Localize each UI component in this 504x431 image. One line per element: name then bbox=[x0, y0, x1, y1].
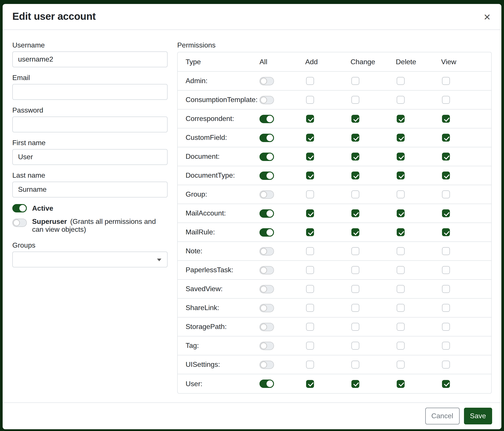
perm-delete-checkbox[interactable] bbox=[397, 115, 405, 123]
perm-delete-checkbox[interactable] bbox=[397, 266, 405, 274]
toggle-knob bbox=[260, 191, 267, 198]
perm-all-toggle[interactable] bbox=[260, 379, 274, 388]
perm-change-checkbox[interactable] bbox=[351, 228, 359, 236]
perm-change-checkbox[interactable] bbox=[351, 361, 359, 368]
perm-all-toggle[interactable] bbox=[260, 96, 274, 104]
perm-add-checkbox[interactable] bbox=[306, 380, 314, 388]
perm-row: Note: bbox=[178, 242, 491, 261]
perm-view-checkbox[interactable] bbox=[442, 96, 450, 104]
perm-change-checkbox[interactable] bbox=[351, 134, 359, 142]
perm-delete-checkbox[interactable] bbox=[397, 134, 405, 142]
perm-add-checkbox[interactable] bbox=[306, 361, 314, 368]
perm-all-toggle[interactable] bbox=[260, 304, 274, 312]
perm-delete-checkbox[interactable] bbox=[397, 304, 405, 312]
perm-view-checkbox[interactable] bbox=[442, 380, 450, 388]
perm-add-checkbox[interactable] bbox=[306, 77, 314, 85]
perm-delete-checkbox[interactable] bbox=[397, 228, 405, 236]
perm-delete-checkbox[interactable] bbox=[397, 323, 405, 331]
email-input[interactable] bbox=[12, 84, 168, 100]
perm-change-checkbox[interactable] bbox=[351, 380, 359, 388]
groups-select[interactable] bbox=[12, 251, 168, 267]
toggle-knob bbox=[267, 134, 273, 141]
perm-add-checkbox[interactable] bbox=[306, 171, 314, 180]
perm-view-checkbox[interactable] bbox=[442, 228, 450, 236]
perm-change-checkbox[interactable] bbox=[351, 323, 359, 331]
perm-delete-checkbox[interactable] bbox=[397, 342, 405, 350]
perm-all-toggle[interactable] bbox=[260, 171, 274, 180]
perm-add-checkbox[interactable] bbox=[306, 247, 314, 255]
perm-all-toggle[interactable] bbox=[260, 360, 274, 369]
perm-change-checkbox[interactable] bbox=[351, 266, 359, 274]
perm-view-checkbox[interactable] bbox=[442, 285, 450, 293]
perm-add-checkbox[interactable] bbox=[306, 342, 314, 350]
perm-add-checkbox[interactable] bbox=[306, 115, 314, 123]
perm-all-toggle[interactable] bbox=[260, 209, 274, 217]
perm-change-checkbox[interactable] bbox=[351, 304, 359, 312]
perm-all-toggle[interactable] bbox=[260, 247, 274, 255]
perm-view-checkbox[interactable] bbox=[442, 209, 450, 217]
perm-delete-checkbox[interactable] bbox=[397, 209, 405, 217]
username-input[interactable] bbox=[12, 52, 168, 67]
perm-view-checkbox[interactable] bbox=[442, 190, 450, 198]
perm-all-toggle[interactable] bbox=[260, 323, 274, 331]
perm-delete-checkbox[interactable] bbox=[397, 247, 405, 255]
perm-change-checkbox[interactable] bbox=[351, 77, 359, 85]
perm-change-checkbox[interactable] bbox=[351, 190, 359, 198]
perm-view-checkbox[interactable] bbox=[442, 115, 450, 123]
perm-add-checkbox[interactable] bbox=[306, 304, 314, 312]
perm-view-checkbox[interactable] bbox=[442, 304, 450, 312]
last-name-label: Last name bbox=[12, 171, 168, 180]
perm-delete-checkbox[interactable] bbox=[397, 361, 405, 368]
first-name-input[interactable] bbox=[12, 149, 168, 165]
perm-delete-checkbox[interactable] bbox=[397, 171, 405, 180]
perm-view-checkbox[interactable] bbox=[442, 323, 450, 331]
perm-view-checkbox[interactable] bbox=[442, 171, 450, 180]
perm-view-checkbox[interactable] bbox=[442, 342, 450, 350]
perm-all-toggle[interactable] bbox=[260, 77, 274, 85]
perm-view-checkbox[interactable] bbox=[442, 77, 450, 85]
password-input[interactable] bbox=[12, 117, 168, 132]
perm-delete-checkbox[interactable] bbox=[397, 153, 405, 161]
close-icon[interactable]: ✕ bbox=[482, 10, 492, 24]
perm-add-checkbox[interactable] bbox=[306, 209, 314, 217]
perm-all-toggle[interactable] bbox=[260, 134, 274, 142]
perm-delete-checkbox[interactable] bbox=[397, 190, 405, 198]
perm-change-checkbox[interactable] bbox=[351, 342, 359, 350]
perm-change-checkbox[interactable] bbox=[351, 247, 359, 255]
perm-view-checkbox[interactable] bbox=[442, 247, 450, 255]
perm-all-toggle[interactable] bbox=[260, 190, 274, 198]
perm-view-checkbox[interactable] bbox=[442, 266, 450, 274]
perm-all-toggle[interactable] bbox=[260, 285, 274, 293]
active-toggle[interactable] bbox=[12, 204, 27, 212]
perm-add-checkbox[interactable] bbox=[306, 134, 314, 142]
perm-change-checkbox[interactable] bbox=[351, 209, 359, 217]
perm-add-checkbox[interactable] bbox=[306, 285, 314, 293]
perm-all-toggle[interactable] bbox=[260, 153, 274, 161]
perm-all-toggle[interactable] bbox=[260, 115, 274, 123]
perm-delete-checkbox[interactable] bbox=[397, 380, 405, 388]
perm-add-checkbox[interactable] bbox=[306, 323, 314, 331]
perm-delete-checkbox[interactable] bbox=[397, 96, 405, 104]
save-button[interactable]: Save bbox=[464, 407, 492, 424]
cancel-button[interactable]: Cancel bbox=[425, 407, 459, 424]
perm-add-checkbox[interactable] bbox=[306, 228, 314, 236]
perm-add-checkbox[interactable] bbox=[306, 190, 314, 198]
perm-delete-checkbox[interactable] bbox=[397, 285, 405, 293]
perm-all-toggle[interactable] bbox=[260, 266, 274, 274]
perm-change-checkbox[interactable] bbox=[351, 96, 359, 104]
perm-all-toggle[interactable] bbox=[260, 341, 274, 350]
perm-view-checkbox[interactable] bbox=[442, 153, 450, 161]
perm-change-checkbox[interactable] bbox=[351, 115, 359, 123]
perm-change-checkbox[interactable] bbox=[351, 153, 359, 161]
perm-change-checkbox[interactable] bbox=[351, 285, 359, 293]
perm-view-checkbox[interactable] bbox=[442, 361, 450, 368]
last-name-input[interactable] bbox=[12, 182, 168, 198]
perm-add-checkbox[interactable] bbox=[306, 266, 314, 274]
perm-change-checkbox[interactable] bbox=[351, 171, 359, 180]
perm-view-checkbox[interactable] bbox=[442, 134, 450, 142]
perm-delete-checkbox[interactable] bbox=[397, 77, 405, 85]
perm-add-checkbox[interactable] bbox=[306, 153, 314, 161]
perm-all-toggle[interactable] bbox=[260, 228, 274, 236]
perm-add-checkbox[interactable] bbox=[306, 96, 314, 104]
superuser-toggle[interactable] bbox=[12, 219, 27, 227]
